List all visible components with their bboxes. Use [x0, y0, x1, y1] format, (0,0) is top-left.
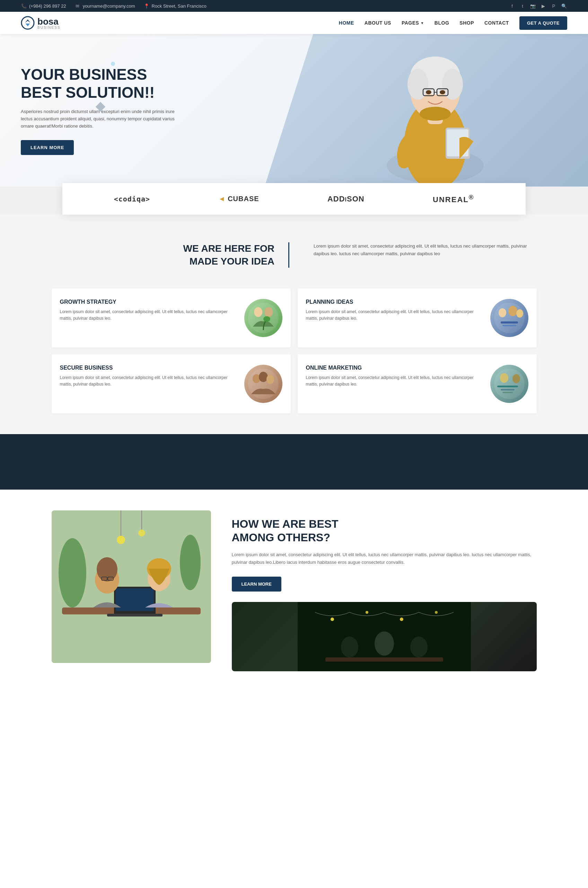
- svg-point-13: [420, 107, 451, 121]
- nav-home[interactable]: HOME: [339, 20, 354, 26]
- phone-number: (+984) 296 897 22: [29, 3, 66, 9]
- service-img-secure: [244, 365, 282, 403]
- mission-heading-line2: MADE YOUR IDEA: [189, 256, 274, 267]
- svg-point-11: [426, 90, 431, 94]
- pages-dropdown-icon: ▼: [420, 21, 424, 25]
- service-desc-secure: Lorem ipsum dolor sit amet, consectetur …: [60, 374, 237, 388]
- svg-rect-24: [501, 322, 518, 323]
- mission-section: WE ARE HERE FOR MADE YOUR IDEA Lorem ips…: [0, 215, 588, 281]
- hero-person-image: [312, 34, 558, 186]
- twitter-icon[interactable]: t: [519, 3, 526, 9]
- brand-cubase: ◄ CUBASE: [218, 195, 259, 203]
- svg-point-60: [375, 631, 394, 656]
- about-section: HOW WE ARE BEST AMONG OTHERS? Lorem ipsu…: [0, 490, 588, 692]
- svg-point-0: [21, 17, 34, 29]
- address-info: 📍 Rock Street, San Francisco: [144, 3, 207, 9]
- email-address: yourname@company.com: [83, 3, 135, 9]
- cubase-icon: ◄: [218, 195, 226, 203]
- topbar: 📞 (+984) 296 897 22 ✉ yourname@company.c…: [0, 0, 588, 12]
- about-learn-more-button[interactable]: LEARN MORE: [232, 577, 281, 592]
- mission-description: Lorem ipsum dolor sit amet, consectetur …: [314, 242, 537, 258]
- brand-addison-text: ADDiSON: [327, 195, 364, 203]
- logo[interactable]: bosa BUSINESS: [21, 16, 61, 30]
- svg-point-29: [267, 375, 274, 384]
- svg-point-28: [259, 372, 268, 382]
- hero-person-svg: [362, 34, 508, 186]
- services-grid: GROWTH STRATEGY Lorem ipsum dolor sit am…: [52, 288, 537, 413]
- service-text-growth: GROWTH STRATEGY Lorem ipsum dolor sit am…: [60, 299, 237, 322]
- svg-point-31: [500, 373, 508, 383]
- svg-point-7: [442, 69, 463, 100]
- brand-codiqa-text: <codiqa>: [114, 195, 150, 203]
- svg-rect-33: [497, 386, 518, 387]
- svg-point-12: [440, 90, 445, 94]
- svg-point-6: [408, 69, 428, 100]
- service-title-secure: SECURE BUSINESS: [60, 365, 237, 371]
- about-description: Lorem ipsum dolor sit amet, consectetur …: [232, 551, 537, 566]
- dark-section: [0, 434, 588, 490]
- svg-point-20: [494, 303, 525, 333]
- mission-heading: WE ARE HERE FOR MADE YOUR IDEA: [52, 242, 275, 268]
- hero-content: YOUR BUSINESS BEST SOLUTION!! Asperiores…: [0, 45, 208, 176]
- svg-point-56: [366, 611, 368, 614]
- location-text: Rock Street, San Francisco: [152, 3, 207, 9]
- about-bottom-image: [232, 602, 537, 671]
- youtube-icon[interactable]: ▶: [540, 3, 546, 9]
- logo-subtitle: BUSINESS: [38, 26, 61, 30]
- svg-rect-40: [116, 588, 154, 611]
- marketing-illustration: [494, 368, 525, 400]
- hero-description: Asperiores nostrud proin dictumst ullam …: [21, 108, 177, 130]
- brand-codiqa: <codiqa>: [114, 195, 150, 203]
- svg-rect-62: [326, 657, 443, 661]
- svg-point-59: [341, 637, 358, 657]
- svg-rect-35: [502, 392, 513, 393]
- location-icon: 📍: [144, 3, 150, 9]
- svg-point-48: [58, 538, 86, 607]
- svg-rect-41: [107, 614, 162, 616]
- mission-heading-block: WE ARE HERE FOR MADE YOUR IDEA: [52, 242, 290, 268]
- search-icon[interactable]: 🔍: [561, 3, 567, 9]
- instagram-icon[interactable]: 📷: [530, 3, 536, 9]
- svg-point-57: [400, 618, 404, 621]
- pinterest-icon[interactable]: P: [550, 3, 557, 9]
- svg-point-21: [499, 308, 506, 317]
- about-content-block: HOW WE ARE BEST AMONG OTHERS? Lorem ipsu…: [232, 510, 537, 671]
- service-card-growth: GROWTH STRATEGY Lorem ipsum dolor sit am…: [52, 288, 291, 347]
- nav-pages[interactable]: PAGES ▼: [402, 20, 424, 26]
- svg-point-58: [435, 611, 438, 614]
- svg-point-18: [264, 307, 273, 317]
- svg-point-23: [516, 309, 523, 318]
- planning-illustration: [494, 302, 525, 334]
- facebook-icon[interactable]: f: [509, 3, 515, 9]
- about-title-line1: HOW WE ARE BEST: [232, 518, 339, 530]
- svg-point-22: [508, 306, 518, 316]
- topbar-social[interactable]: f t 📷 ▶ P 🔍: [509, 3, 567, 9]
- about-office-svg: [52, 510, 211, 663]
- about-title: HOW WE ARE BEST AMONG OTHERS?: [232, 517, 537, 544]
- nav-blog[interactable]: BLOG: [435, 20, 449, 26]
- brand-cubase-text: CUBASE: [228, 195, 259, 203]
- brand-unreal-text: UNREAL®: [433, 195, 474, 204]
- services-section: GROWTH STRATEGY Lorem ipsum dolor sit am…: [0, 281, 588, 434]
- svg-rect-34: [501, 389, 514, 391]
- hero-learn-more-button[interactable]: LEARN MORE: [21, 140, 74, 155]
- service-desc-marketing: Lorem ipsum dolor sit amet, consectetur …: [306, 374, 483, 388]
- get-quote-button[interactable]: GET A QUOTE: [519, 16, 567, 30]
- logo-name: bosa: [38, 16, 58, 27]
- growth-illustration: [248, 302, 279, 334]
- mission-description-block: Lorem ipsum dolor sit amet, consectetur …: [310, 242, 537, 258]
- svg-point-30: [494, 368, 525, 399]
- about-bottom-svg: [232, 602, 537, 671]
- svg-point-61: [410, 637, 428, 657]
- nav-contact[interactable]: CONTACT: [484, 20, 509, 26]
- secure-illustration: [248, 368, 279, 400]
- about-images: [52, 510, 211, 663]
- nav-about[interactable]: ABOUT US: [364, 20, 391, 26]
- email-icon: ✉: [75, 3, 81, 9]
- service-text-planning: PLANNING IDEAS Lorem ipsum dolor sit ame…: [306, 299, 483, 322]
- service-text-secure: SECURE BUSINESS Lorem ipsum dolor sit am…: [60, 365, 237, 388]
- brands-section: <codiqa> ◄ CUBASE ADDiSON UNREAL®: [62, 183, 526, 215]
- service-desc-growth: Lorem ipsum dolor sit amet, consectetur …: [60, 309, 237, 322]
- nav-shop[interactable]: SHOP: [459, 20, 474, 26]
- svg-rect-25: [502, 325, 516, 326]
